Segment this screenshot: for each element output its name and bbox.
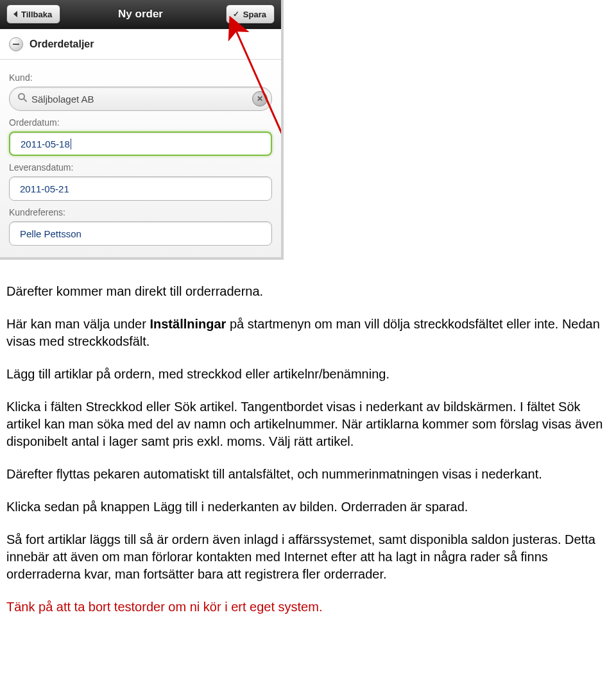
customer-search-input[interactable]: Säljbolaget AB ✕ [9,87,272,111]
custref-value: Pelle Pettsson [16,228,265,239]
delivdate-label: Leveransdatum: [9,162,272,173]
custref-input[interactable]: Pelle Pettsson [9,221,272,246]
chevron-left-icon [13,11,17,17]
app-screenshot: Tillbaka Ny order ✓ Spara Orderdetaljer … [0,0,284,260]
form-body: Kund: Säljbolaget AB ✕ Orderdatum: 2011-… [0,60,281,257]
document-body: Därefter kommer man direkt till orderrad… [0,260,613,650]
customer-value: Säljbolaget AB [28,94,252,105]
orderdate-value: 2011-05-18 [17,139,264,149]
back-button[interactable]: Tillbaka [6,4,60,24]
search-icon [17,92,28,105]
clear-button[interactable]: ✕ [252,91,268,106]
form-panel: Orderdetaljer Kund: Säljbolaget AB ✕ Ord… [0,29,281,257]
back-button-label: Tillbaka [21,10,52,19]
orderdate-input[interactable]: 2011-05-18 [9,131,272,156]
paragraph: Därefter kommer man direkt till orderrad… [6,283,603,300]
customer-label: Kund: [9,72,272,83]
section-title: Orderdetaljer [30,38,94,50]
check-icon: ✓ [233,10,239,19]
collapse-icon [9,37,23,51]
custref-label: Kundreferens: [9,207,272,217]
toolbar-title: Ny order [118,8,163,21]
text-cursor [71,139,71,149]
paragraph: Klicka sedan på knappen Lägg till i nede… [6,498,603,516]
paragraph: Så fort artiklar läggs till så är ordern… [6,531,603,583]
save-button-label: Spara [243,10,266,19]
save-button[interactable]: ✓ Spara [226,4,275,24]
svg-line-1 [24,99,26,101]
section-header[interactable]: Orderdetaljer [0,30,281,60]
delivdate-input[interactable]: 2011-05-21 [9,176,272,201]
orderdate-label: Orderdatum: [9,117,272,128]
paragraph-warning: Tänk på att ta bort testorder om ni kör … [6,598,603,616]
paragraph: Lägg till artiklar på ordern, med streck… [6,366,603,383]
paragraph: Här kan man välja under Inställningar på… [6,316,603,350]
delivdate-value: 2011-05-21 [16,183,265,194]
toolbar: Tillbaka Ny order ✓ Spara [0,0,281,29]
paragraph: Därefter flyttas pekaren automatiskt til… [6,466,603,483]
paragraph: Klicka i fälten Streckkod eller Sök arti… [6,398,603,450]
